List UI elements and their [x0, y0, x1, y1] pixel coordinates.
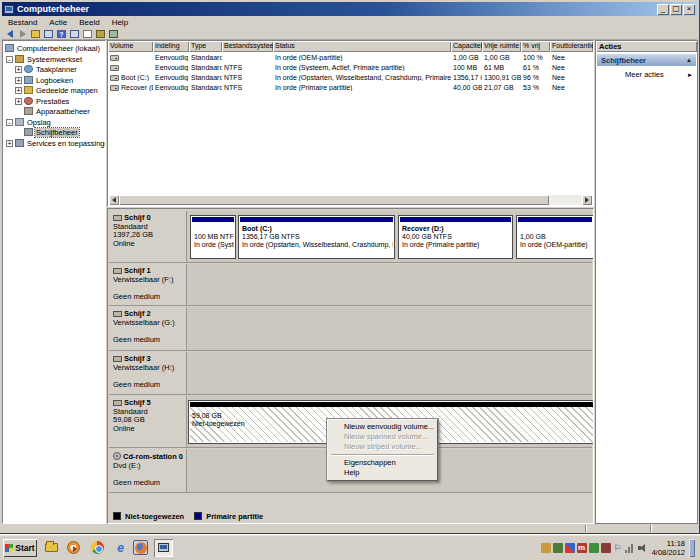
legend-unallocated-swatch — [113, 512, 121, 520]
help-icon[interactable]: ? — [56, 29, 67, 39]
menu-item-nieuw-eenvoudig-volume[interactable]: Nieuw eenvoudig volume... — [329, 422, 436, 432]
menu-help[interactable]: Help — [106, 18, 134, 27]
tree-item-taakplanner[interactable]: + Taakplanner — [15, 64, 78, 74]
selected-tree-item: Schijfbeheer — [35, 128, 79, 137]
tree-item-logboeken[interactable]: + Logboeken — [15, 75, 74, 85]
network-icon[interactable] — [625, 543, 635, 553]
tray-icon-3[interactable] — [565, 543, 575, 553]
partition-area-empty[interactable] — [186, 352, 592, 394]
title-bar[interactable]: Computerbeheer _ ▢ × — [2, 2, 697, 16]
disk-label[interactable]: Schijf 0 Standaard 1397,26 GB Online — [110, 211, 185, 262]
volume-speaker-icon[interactable] — [637, 543, 647, 553]
tree-item-services[interactable]: + Services en toepassingen — [6, 138, 106, 148]
show-desktop-button[interactable] — [689, 539, 695, 557]
tree-item-prestaties[interactable]: + Prestaties — [15, 96, 70, 106]
volume-row[interactable]: Eenvoudig Standaard NTFS In orde (Systee… — [108, 62, 593, 72]
disk-label[interactable]: Schijf 5 Standaard 59,08 GB Online — [110, 396, 185, 447]
volume-row[interactable]: Eenvoudig Standaard In orde (OEM-partiti… — [108, 52, 593, 62]
tree-item-schijfbeheer[interactable]: Schijfbeheer — [15, 127, 79, 137]
expand-toggle[interactable]: + — [15, 66, 22, 73]
system-tools-icon — [15, 55, 24, 63]
tree-item-computerbeheer[interactable]: Computerbeheer (lokaal) — [5, 43, 101, 53]
storage-tools-icon[interactable] — [95, 29, 106, 39]
console-window-icon[interactable] — [69, 29, 80, 39]
column-fouttolerantie[interactable]: Fouttolerantie — [550, 41, 593, 52]
explorer-icon[interactable] — [44, 540, 59, 555]
scroll-right-button[interactable] — [582, 195, 592, 205]
tray-icon-5[interactable] — [601, 543, 611, 553]
firefox-icon[interactable] — [133, 540, 148, 555]
tree-item-gedeelde-mappen[interactable]: + Gedeelde mappen — [15, 85, 99, 95]
column-pct-vrij[interactable]: % vrij — [521, 41, 550, 52]
menu-bestand[interactable]: Bestand — [2, 18, 43, 27]
scroll-left-button[interactable] — [109, 195, 119, 205]
partition-boot-c[interactable]: Boot (C:)1356,17 GB NTFSIn orde (Opstart… — [238, 215, 395, 259]
action-center-flag-icon[interactable]: ⚐ — [613, 543, 623, 553]
more-actions-item[interactable]: Meer acties ► — [597, 69, 696, 80]
column-bestandssysteem[interactable]: Bestandssysteem — [222, 41, 273, 52]
column-status[interactable]: Status — [273, 41, 451, 52]
column-filler — [593, 41, 594, 52]
partition-recover-d[interactable]: Recover (D:)40,00 GB NTFSIn orde (Primai… — [398, 215, 513, 259]
partition-area-empty[interactable] — [186, 307, 592, 350]
actions-section-schijfbeheer[interactable]: Schijfbeheer ▲ — [597, 54, 696, 66]
column-indeling[interactable]: Indeling — [153, 41, 189, 52]
chrome-icon[interactable] — [90, 540, 105, 555]
back-icon[interactable] — [4, 29, 15, 39]
disk-label[interactable]: Schijf 2 Verwisselbaar (G:) Geen medium — [110, 307, 185, 350]
media-player-icon[interactable] — [66, 540, 81, 555]
scrollbar-thumb[interactable] — [119, 195, 549, 205]
disk-label[interactable]: Schijf 1 Verwisselbaar (F:) Geen medium — [110, 264, 185, 305]
export-list-icon[interactable] — [82, 29, 93, 39]
menu-actie[interactable]: Actie — [43, 18, 73, 27]
tray-icon-2[interactable] — [553, 543, 563, 553]
horizontal-scrollbar[interactable] — [109, 195, 592, 205]
tray-icon-m[interactable]: m — [577, 543, 587, 553]
task-scheduler-icon — [24, 65, 33, 73]
minimize-button[interactable]: _ — [657, 4, 669, 15]
show-console-tree-icon[interactable] — [43, 29, 54, 39]
restore-button[interactable]: ▢ — [670, 4, 682, 15]
legend-unallocated-label: Niet-toegewezen — [125, 512, 184, 521]
forward-icon[interactable] — [17, 29, 28, 39]
tray-icon-4[interactable] — [589, 543, 599, 553]
expand-toggle[interactable]: + — [15, 77, 22, 84]
menu-item-nieuw-striped-volume: Nieuw striped volume... — [329, 442, 436, 452]
cdrom-icon — [113, 452, 121, 460]
primary-partition-bar — [400, 217, 511, 222]
expand-toggle[interactable]: + — [15, 98, 22, 105]
collapse-toggle[interactable]: - — [6, 119, 13, 126]
close-button[interactable]: × — [683, 4, 695, 15]
column-volume[interactable]: Volume — [108, 41, 153, 52]
expand-toggle[interactable]: + — [15, 87, 22, 94]
start-button[interactable]: Start — [3, 539, 37, 557]
tree-item-systeemwerkset[interactable]: - Systeemwerkset — [6, 54, 83, 64]
disk-label[interactable]: Schijf 3 Verwisselbaar (H:) Geen medium — [110, 352, 185, 394]
tree-item-opslag[interactable]: - Opslag — [6, 117, 52, 127]
column-capaciteit[interactable]: Capaciteit — [451, 41, 482, 52]
removable-disk-icon — [113, 356, 122, 362]
partition-system[interactable]: 100 MB NTFSIn orde (Systeem, Actief, Pri… — [190, 215, 236, 259]
column-vrije-ruimte[interactable]: Vrije ruimte — [482, 41, 521, 52]
expand-toggle[interactable]: + — [6, 140, 13, 147]
volume-row[interactable]: Boot (C:) Eenvoudig Standaard NTFS In or… — [108, 72, 593, 82]
menu-bar: Bestand Actie Beeld Help — [2, 16, 697, 28]
internet-explorer-icon[interactable]: e — [113, 540, 128, 555]
column-type[interactable]: Type — [189, 41, 222, 52]
menu-beeld[interactable]: Beeld — [73, 18, 105, 27]
partition-area-empty[interactable] — [186, 264, 592, 305]
disk-label[interactable]: Cd-rom-station 0 Dvd (E:) Geen medium — [110, 449, 185, 492]
volume-row[interactable]: Recover (D:) Eenvoudig Standaard NTFS In… — [108, 82, 593, 92]
collapse-toggle[interactable]: - — [6, 56, 13, 63]
status-bar — [2, 524, 698, 533]
partition-oem[interactable]: 1,00 GBIn orde (OEM-partitie) — [516, 215, 594, 259]
tree-item-apparaatbeheer[interactable]: Apparaatbeheer — [15, 106, 91, 116]
tray-icon-1[interactable] — [541, 543, 551, 553]
up-one-level-icon[interactable] — [30, 29, 41, 39]
menu-item-help[interactable]: Help — [329, 468, 436, 478]
collapse-section-icon[interactable]: ▲ — [686, 57, 692, 63]
display-settings-icon[interactable] — [108, 29, 119, 39]
menu-item-eigenschappen[interactable]: Eigenschappen — [329, 458, 436, 468]
computer-management-taskbar-button[interactable] — [153, 540, 173, 555]
clock[interactable]: 11:18 4/08/2012 — [652, 539, 685, 557]
